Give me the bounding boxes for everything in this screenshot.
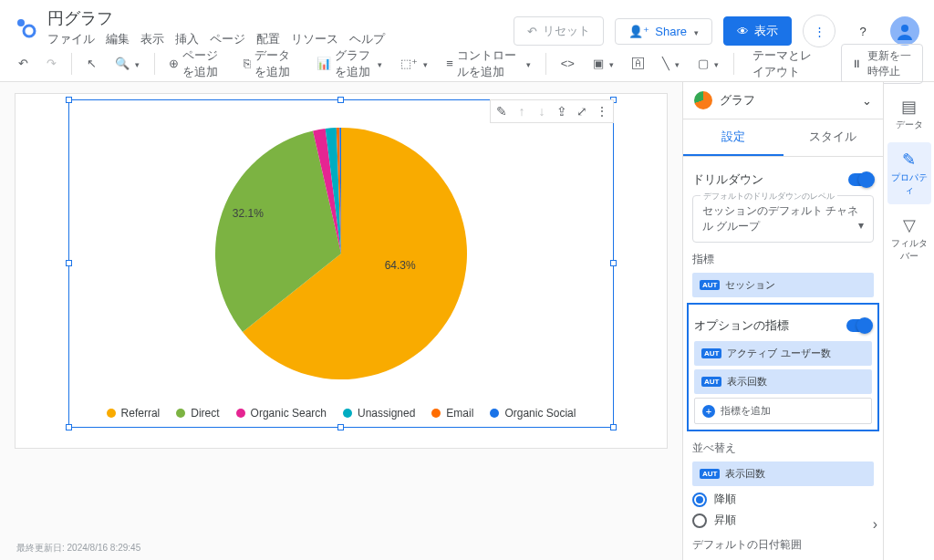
pie-label-1: 64.3% — [385, 259, 416, 272]
svg-point-0 — [17, 19, 25, 26]
text-button[interactable]: 🄰 — [625, 53, 651, 74]
chart-legend: ReferralDirectOrganic SearchUnassignedEm… — [69, 407, 613, 420]
metric-chip-active-users[interactable]: AUTアクティブ ユーザー数 — [694, 341, 872, 366]
drilldown-toggle[interactable] — [848, 173, 874, 186]
legend-item[interactable]: Unassigned — [343, 407, 415, 420]
menu-file[interactable]: ファイル — [47, 31, 95, 47]
drilldown-label: ドリルダウン — [692, 171, 763, 188]
sort-section-title: 並べ替え — [692, 441, 874, 456]
optional-metrics-highlight: オプションの指標 AUTアクティブ ユーザー数 AUT表示回数 +指標を追加 — [687, 303, 879, 431]
optional-metric-label: オプションの指標 — [694, 317, 789, 334]
line-button[interactable]: ╲ — [655, 53, 687, 74]
resize-handle[interactable] — [66, 424, 72, 430]
pause-updates-button[interactable]: ⏸更新を一時停止 — [841, 44, 923, 84]
legend-item[interactable]: Email — [431, 407, 473, 420]
sort-metric-chip[interactable]: AUT表示回数 — [692, 461, 874, 486]
toolbar: ↶ ↷ ↖ 🔍 ⊕ ページを追加 ⎘ データを追加 📊 グラフを追加 ⬚⁺ ≡ … — [0, 46, 934, 82]
panel-title: グラフ — [720, 92, 755, 109]
resize-handle[interactable] — [66, 97, 72, 103]
share-button[interactable]: 👤⁺Share — [615, 18, 712, 45]
metric-chip-views[interactable]: AUT表示回数 — [694, 369, 872, 394]
legend-item[interactable]: Organic Search — [236, 407, 327, 420]
menu-view[interactable]: 表示 — [140, 31, 164, 47]
user-avatar[interactable] — [890, 16, 919, 46]
zoom-tool[interactable]: 🔍 — [108, 53, 147, 74]
pointer-tool[interactable]: ↖ — [79, 53, 104, 74]
undo-button[interactable]: ↶ — [11, 53, 36, 74]
pie-chart-svg — [213, 126, 469, 381]
sort-desc-radio[interactable]: 降順 — [692, 492, 874, 507]
redo-button[interactable]: ↷ — [39, 53, 64, 74]
canvas-area[interactable]: ✎ ↑ ↓ ⇪ ⤢ ⋮ 64.3% 32.1% ReferralDirectOr… — [0, 82, 682, 560]
add-metric-button[interactable]: +指標を追加 — [694, 398, 872, 424]
rail-data[interactable]: ▤データ — [887, 89, 931, 139]
pie-chart[interactable]: ✎ ↑ ↓ ⇪ ⤢ ⋮ 64.3% 32.1% ReferralDirectOr… — [68, 99, 614, 428]
report-canvas[interactable]: ✎ ↑ ↓ ⇪ ⤢ ⋮ 64.3% 32.1% ReferralDirectOr… — [15, 93, 668, 449]
help-button[interactable]: ? — [846, 15, 879, 47]
last-updated-text: 最終更新日: 2024/8/16 8:29:45 — [16, 542, 140, 555]
chart-type-icon[interactable] — [694, 91, 712, 109]
embed-button[interactable]: <> — [554, 53, 582, 74]
legend-item[interactable]: Organic Social — [490, 407, 576, 420]
reset-button[interactable]: ↶リセット — [514, 16, 604, 46]
rail-properties[interactable]: ✎プロパティ — [887, 142, 931, 204]
properties-panel: グラフ ⌄ 設定 スタイル ドリルダウン デフォルトのドリルダウンのレベル セッ… — [682, 82, 883, 560]
add-community-viz-button[interactable]: ⬚⁺ — [393, 53, 435, 74]
resize-handle[interactable] — [610, 424, 617, 430]
right-rail: ▤データ ✎プロパティ ▽フィルタバー — [883, 82, 934, 560]
shape-button[interactable]: ▢ — [690, 53, 726, 74]
svg-point-1 — [24, 26, 35, 36]
document-title[interactable]: 円グラフ — [47, 7, 514, 29]
menu-edit[interactable]: 編集 — [106, 31, 130, 47]
setup-tab[interactable]: 設定 — [683, 119, 784, 156]
pie-label-2: 32.1% — [233, 207, 264, 220]
image-button[interactable]: ▣ — [586, 53, 621, 74]
add-page-button[interactable]: ⊕ ページを追加 — [161, 44, 233, 84]
add-control-button[interactable]: ≡ コントロールを追加 — [439, 44, 538, 84]
svg-point-2 — [901, 25, 908, 32]
drilldown-level-select[interactable]: デフォルトのドリルダウンのレベル セッションのデフォルト チャネル グループ ▾ — [692, 195, 874, 243]
sort-asc-radio[interactable]: 昇順 — [692, 513, 874, 528]
panel-expand-icon[interactable]: › — [873, 516, 877, 533]
rail-filter[interactable]: ▽フィルタバー — [887, 208, 931, 270]
add-data-button[interactable]: ⎘ データを追加 — [236, 44, 306, 84]
theme-layout-button[interactable]: テーマとレイアウト — [742, 44, 835, 84]
view-button[interactable]: 👁表示 — [723, 16, 792, 46]
metric-chip-session[interactable]: AUTセッション — [692, 273, 874, 297]
style-tab[interactable]: スタイル — [784, 119, 884, 156]
chart-type-dropdown-icon[interactable]: ⌄ — [862, 94, 872, 108]
optional-metric-toggle[interactable] — [846, 319, 872, 332]
resize-handle[interactable] — [337, 97, 344, 103]
date-range-title: デフォルトの日付範囲 — [692, 537, 874, 553]
legend-item[interactable]: Direct — [176, 407, 219, 420]
legend-item[interactable]: Referral — [107, 407, 161, 420]
looker-studio-logo — [15, 16, 36, 38]
resize-handle[interactable] — [337, 424, 344, 430]
add-chart-button[interactable]: 📊 グラフを追加 — [309, 44, 389, 84]
metric-section-title: 指標 — [692, 252, 874, 267]
